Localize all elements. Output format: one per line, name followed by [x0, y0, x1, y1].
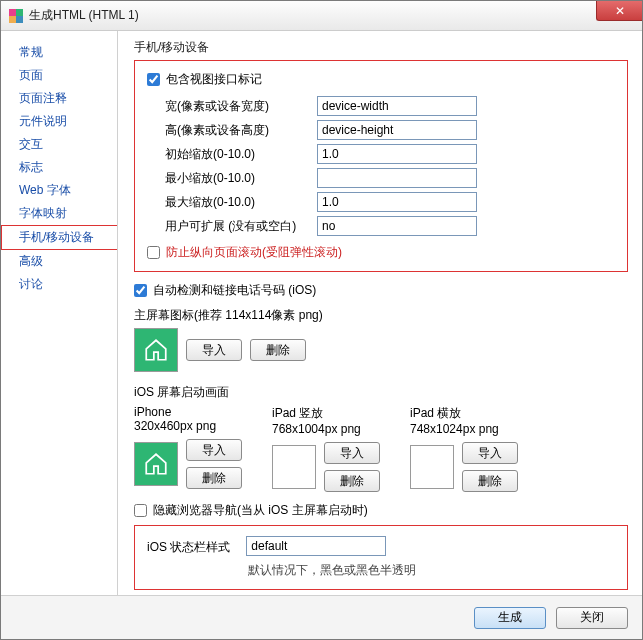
- splash-import-button[interactable]: 导入: [462, 442, 518, 464]
- splash-column: iPhone320x460px png导入删除: [134, 405, 242, 492]
- splash-thumbnail[interactable]: [272, 445, 316, 489]
- close-button[interactable]: 关闭: [556, 607, 628, 629]
- viewport-row-label: 用户可扩展 (没有或空白): [147, 218, 317, 235]
- splash-thumb-group: 导入删除: [410, 442, 518, 492]
- splash-delete-button[interactable]: 删除: [186, 467, 242, 489]
- window-title: 生成HTML (HTML 1): [29, 7, 139, 24]
- splash-column: iPad 竖放768x1004px png导入删除: [272, 405, 380, 492]
- viewport-row-label: 高(像素或设备高度): [147, 122, 317, 139]
- splash-dim: 320x460px png: [134, 419, 242, 433]
- viewport-row-input[interactable]: [317, 120, 477, 140]
- splash-dim: 768x1004px png: [272, 422, 380, 436]
- titlebar: 生成HTML (HTML 1) ✕: [1, 1, 642, 31]
- sidebar-item[interactable]: 高级: [1, 250, 117, 273]
- hide-nav-label: 隐藏浏览器导航(当从 iOS 主屏幕启动时): [153, 502, 368, 519]
- auto-detect-phone-checkbox[interactable]: [134, 284, 147, 297]
- splash-row: iPhone320x460px png导入删除iPad 竖放768x1004px…: [134, 405, 628, 492]
- viewport-row-input[interactable]: [317, 168, 477, 188]
- statusbar-input[interactable]: [246, 536, 386, 556]
- prevent-scroll-label: 防止纵向页面滚动(受阻弹性滚动): [166, 244, 342, 261]
- viewport-row-label: 最小缩放(0-10.0): [147, 170, 317, 187]
- splash-import-button[interactable]: 导入: [186, 439, 242, 461]
- splash-thumbnail[interactable]: [134, 442, 178, 486]
- dialog-footer: 生成 关闭: [1, 595, 642, 639]
- sidebar-item[interactable]: 元件说明: [1, 110, 117, 133]
- hide-nav-checkbox[interactable]: [134, 504, 147, 517]
- include-viewport-checkbox[interactable]: [147, 73, 160, 86]
- statusbar-label: iOS 状态栏样式: [147, 536, 230, 556]
- sidebar-item[interactable]: Web 字体: [1, 179, 117, 202]
- sidebar-item[interactable]: 页面: [1, 64, 117, 87]
- app-icon: [9, 9, 23, 23]
- home-icon-label: 主屏幕图标(推荐 114x114像素 png): [134, 307, 628, 324]
- close-window-button[interactable]: ✕: [596, 1, 642, 21]
- close-icon: ✕: [615, 4, 625, 18]
- splash-dim: 748x1024px png: [410, 422, 518, 436]
- viewport-row: 用户可扩展 (没有或空白): [147, 216, 615, 236]
- house-icon: [143, 337, 169, 363]
- sidebar-item[interactable]: 讨论: [1, 273, 117, 296]
- home-icon-thumbnail[interactable]: [134, 328, 178, 372]
- dialog-body: 常规页面页面注释元件说明交互标志Web 字体字体映射手机/移动设备高级讨论 手机…: [1, 31, 642, 595]
- viewport-row-label: 宽(像素或设备宽度): [147, 98, 317, 115]
- sidebar: 常规页面页面注释元件说明交互标志Web 字体字体映射手机/移动设备高级讨论: [1, 31, 117, 595]
- viewport-row-label: 初始缩放(0-10.0): [147, 146, 317, 163]
- viewport-row: 宽(像素或设备宽度): [147, 96, 615, 116]
- viewport-row-input[interactable]: [317, 96, 477, 116]
- sidebar-item[interactable]: 页面注释: [1, 87, 117, 110]
- svg-rect-0: [9, 9, 16, 16]
- home-icon-import-button[interactable]: 导入: [186, 339, 242, 361]
- viewport-group: 包含视图接口标记 宽(像素或设备宽度)高(像素或设备高度)初始缩放(0-10.0…: [134, 60, 628, 272]
- auto-detect-phone-label: 自动检测和链接电话号码 (iOS): [153, 282, 316, 299]
- viewport-row: 高(像素或设备高度): [147, 120, 615, 140]
- viewport-row: 初始缩放(0-10.0): [147, 144, 615, 164]
- sidebar-item[interactable]: 标志: [1, 156, 117, 179]
- sidebar-item[interactable]: 手机/移动设备: [1, 225, 118, 250]
- statusbar-hint: 默认情况下，黑色或黑色半透明: [246, 562, 416, 579]
- home-icon-delete-button[interactable]: 删除: [250, 339, 306, 361]
- viewport-row-label: 最大缩放(0-10.0): [147, 194, 317, 211]
- statusbar-group: iOS 状态栏样式 默认情况下，黑色或黑色半透明: [134, 525, 628, 590]
- prevent-scroll-checkbox[interactable]: [147, 246, 160, 259]
- splash-import-button[interactable]: 导入: [324, 442, 380, 464]
- include-viewport-label: 包含视图接口标记: [166, 71, 262, 88]
- svg-rect-1: [16, 9, 23, 16]
- sidebar-item[interactable]: 字体映射: [1, 202, 117, 225]
- viewport-row: 最大缩放(0-10.0): [147, 192, 615, 212]
- sidebar-item[interactable]: 交互: [1, 133, 117, 156]
- splash-title: iOS 屏幕启动画面: [134, 384, 628, 401]
- section-title: 手机/移动设备: [134, 39, 628, 56]
- viewport-row-input[interactable]: [317, 144, 477, 164]
- svg-rect-2: [9, 16, 16, 23]
- house-icon: [143, 451, 169, 477]
- splash-thumb-group: 导入删除: [134, 439, 242, 489]
- splash-column: iPad 横放748x1024px png导入删除: [410, 405, 518, 492]
- splash-thumbnail[interactable]: [410, 445, 454, 489]
- splash-thumb-group: 导入删除: [272, 442, 380, 492]
- content-pane: 手机/移动设备 包含视图接口标记 宽(像素或设备宽度)高(像素或设备高度)初始缩…: [117, 31, 642, 595]
- sidebar-item[interactable]: 常规: [1, 41, 117, 64]
- splash-delete-button[interactable]: 删除: [462, 470, 518, 492]
- splash-name: iPad 竖放: [272, 405, 380, 422]
- home-icon-group: 导入 删除: [134, 328, 628, 372]
- viewport-row-input[interactable]: [317, 192, 477, 212]
- viewport-row: 最小缩放(0-10.0): [147, 168, 615, 188]
- splash-name: iPad 横放: [410, 405, 518, 422]
- generate-button[interactable]: 生成: [474, 607, 546, 629]
- splash-name: iPhone: [134, 405, 242, 419]
- dialog-window: 生成HTML (HTML 1) ✕ 常规页面页面注释元件说明交互标志Web 字体…: [0, 0, 643, 640]
- splash-delete-button[interactable]: 删除: [324, 470, 380, 492]
- svg-rect-3: [16, 16, 23, 23]
- viewport-row-input[interactable]: [317, 216, 477, 236]
